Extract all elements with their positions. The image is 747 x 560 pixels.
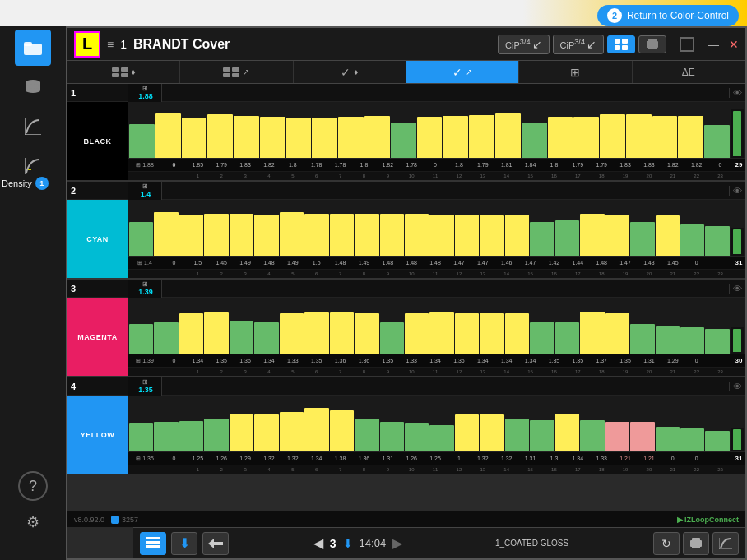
row-yellow: 4 YELLOW ⊞ 1.35 👁 (67, 377, 745, 474)
cyan-color-label: CYAN (67, 200, 128, 278)
svg-rect-13 (622, 39, 628, 44)
row-cyan: 2 CYAN ⊞ 1.4 👁 (67, 182, 745, 280)
version-number: v8.0.92.0 (74, 516, 104, 524)
cip-button-2[interactable]: CiP3/4 ↙ (553, 35, 604, 54)
density-badge: 1 (35, 177, 49, 190)
yellow-density-indicator: ⊞ 1.35 (128, 377, 162, 396)
cyan-values: ⊞ 1.4 0 1.5 1.45 1.49 1.48 1.49 1.5 1.48… (128, 256, 745, 269)
row-magenta: 3 MAGENTA ⊞ 1.39 👁 (67, 280, 745, 377)
cyan-bars (128, 200, 745, 256)
tab-5[interactable]: ΔE (633, 61, 745, 83)
magenta-eye-icon[interactable]: 👁 (729, 284, 745, 294)
density-label-text: Density (2, 178, 32, 188)
density-tooltip: Density 1 (2, 177, 49, 190)
main-window: L ≡ 1 BRANDT Cover CiP3/4 ↙ CiP3/4 ↙ — ✕ (66, 26, 747, 560)
row-black: 1 BLACK ⊞ 1.88 👁 (67, 84, 745, 182)
magenta-bars (128, 298, 745, 354)
toolbar-btn-3[interactable] (202, 532, 229, 555)
svg-rect-15 (622, 45, 628, 50)
minimize-button[interactable]: — (708, 38, 719, 51)
job-number: 1 (120, 38, 127, 51)
cyan-density-indicator: ⊞ 1.4 (128, 182, 162, 200)
black-label: 1 BLACK (67, 84, 128, 180)
cyan-label: 2 CYAN (67, 182, 128, 278)
curve-button[interactable] (712, 532, 739, 555)
info-circle (680, 37, 694, 52)
sync-button[interactable]: ↻ (653, 532, 680, 555)
cip-button-1[interactable]: CiP3/4 ↙ (498, 35, 549, 54)
nav-prev-button[interactable]: ◀ (313, 535, 323, 551)
black-chart-section: ⊞ 1.88 👁 (128, 84, 745, 180)
tab-1[interactable]: ↗ (180, 61, 293, 83)
sidebar-icon-curve1[interactable] (15, 109, 51, 145)
return-to-color-control-button[interactable]: 2 Return to Color-Control (597, 5, 739, 26)
content-grid: 1 BLACK ⊞ 1.88 👁 (67, 84, 745, 525)
black-row-number: 1 (67, 84, 128, 102)
svg-rect-31 (692, 538, 700, 541)
magenta-density-indicator: ⊞ 1.39 (128, 280, 162, 298)
tab-bar: ♦ ↗ ✓ ♦ ✓ ↗ ⊞ ΔE (67, 61, 745, 84)
cyan-chart-section: ⊞ 1.4 👁 (128, 182, 745, 278)
svg-rect-26 (232, 73, 239, 77)
magenta-chart-section: ⊞ 1.39 👁 (128, 280, 745, 376)
svg-rect-24 (232, 67, 239, 72)
toolbar-btn-2[interactable]: ⬇ (171, 532, 197, 555)
svg-rect-25 (223, 73, 230, 77)
tab-0[interactable]: ♦ (67, 61, 180, 83)
title-buttons: CiP3/4 ↙ CiP3/4 ↙ (498, 35, 694, 54)
download-icon: ⬇ (343, 537, 353, 550)
yellow-color-label: YELLOW (67, 396, 128, 474)
sidebar-icon-settings[interactable]: ⚙ (15, 504, 51, 540)
return-label: Return to Color-Control (627, 10, 729, 21)
yellow-eye-icon[interactable]: 👁 (729, 382, 745, 391)
view-button-print[interactable] (638, 35, 666, 53)
svg-rect-21 (112, 73, 119, 77)
cyan-row-number: 2 (67, 182, 128, 200)
black-eye-icon[interactable]: 👁 (729, 88, 745, 98)
tab-2[interactable]: ✓ ♦ (294, 61, 406, 83)
magenta-color-label: MAGENTA (67, 298, 128, 376)
yellow-chart-section: ⊞ 1.35 👁 (128, 377, 745, 474)
svg-rect-35 (111, 516, 119, 524)
tab-3[interactable]: ✓ ↗ (406, 61, 519, 83)
sidebar-icon-folder[interactable] (15, 30, 51, 66)
svg-rect-17 (648, 39, 657, 42)
svg-rect-1 (24, 42, 32, 46)
time-display: 14:04 (360, 537, 387, 549)
left-sidebar: ? ⚙ (0, 26, 66, 560)
svg-rect-28 (146, 541, 160, 544)
magenta-values: ⊞ 1.39 0 1.34 1.35 1.36 1.34 1.33 1.35 1… (128, 354, 745, 367)
nav-next-button[interactable]: ▶ (392, 535, 402, 551)
svg-rect-20 (121, 67, 128, 72)
svg-rect-23 (223, 67, 230, 72)
svg-rect-32 (692, 544, 700, 548)
return-badge: 2 (607, 8, 622, 23)
izloop-connect: ▶ IZLoopConnect (677, 516, 740, 524)
cyan-eye-icon[interactable]: 👁 (729, 186, 745, 196)
black-color-label: BLACK (67, 102, 128, 180)
yellow-row-number: 4 (67, 377, 128, 396)
svg-point-6 (26, 88, 40, 93)
bottom-toolbar: ⬇ ◀ 3 ⬇ 14:04 ▶ 1_COATED GLOSS ↻ (133, 527, 745, 558)
tab-4[interactable]: ⊞ (519, 61, 632, 83)
toolbar-btn-1[interactable] (140, 532, 166, 555)
yellow-bars (128, 396, 745, 451)
black-values: ⊞ 1.88 0 1.85 1.79 1.83 1.82 1.8 1.78 1.… (128, 158, 745, 171)
svg-rect-12 (615, 39, 620, 44)
l-badge: L (74, 31, 100, 58)
magenta-row-number: 3 (67, 280, 128, 298)
view-button-grid[interactable] (607, 35, 635, 53)
close-button[interactable]: ✕ (729, 38, 739, 51)
svg-rect-14 (615, 45, 620, 50)
svg-rect-29 (146, 545, 160, 548)
svg-rect-19 (112, 67, 119, 72)
print-button[interactable] (683, 532, 709, 555)
job-id: 3257 (122, 516, 138, 524)
yellow-values: ⊞ 1.35 0 1.25 1.26 1.29 1.32 1.32 1.34 1… (128, 451, 745, 465)
version-bar: v8.0.92.0 3257 ▶ IZLoopConnect (67, 511, 745, 527)
svg-rect-18 (648, 45, 657, 49)
sidebar-icon-help[interactable]: ? (18, 471, 48, 501)
sidebar-icon-database[interactable] (15, 69, 51, 105)
yellow-label: 4 YELLOW (67, 377, 128, 474)
menu-icon[interactable]: ≡ (107, 38, 114, 51)
